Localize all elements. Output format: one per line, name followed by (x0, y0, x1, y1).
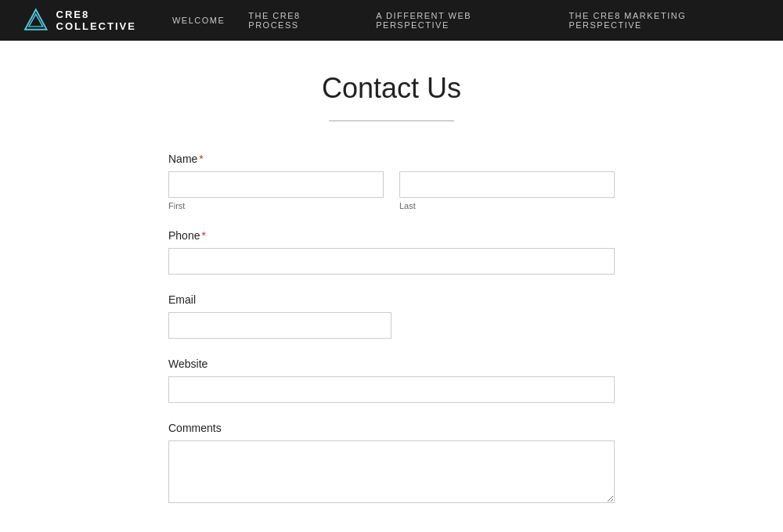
comments-input[interactable] (168, 440, 615, 503)
comments-field-group: Comments (168, 422, 615, 506)
nav-marketing-perspective[interactable]: THE CRE8 MARKETING PERSPECTIVE (568, 11, 760, 30)
nav-welcome[interactable]: WELCOME (172, 16, 225, 25)
last-name-input[interactable] (399, 171, 615, 198)
title-divider (329, 120, 454, 121)
main-nav: WELCOME THE CRE8 PROCESS A DIFFERENT WEB… (172, 11, 760, 30)
main-content: Contact Us Name* First Last Phone* (78, 41, 705, 532)
svg-marker-1 (29, 14, 43, 27)
name-field-group: Name* First Last (168, 153, 615, 210)
nav-web-perspective[interactable]: A DIFFERENT WEB PERSPECTIVE (376, 11, 545, 30)
last-name-col: Last (399, 171, 615, 210)
logo-icon (23, 8, 49, 33)
last-name-label: Last (399, 201, 615, 210)
first-name-input[interactable] (168, 171, 384, 198)
first-name-label: First (168, 201, 384, 210)
email-field-group: Email (168, 293, 615, 339)
website-input[interactable] (168, 376, 615, 403)
site-header: CRE8 COLLECTIVE WELCOME THE CRE8 PROCESS… (0, 0, 783, 41)
email-input[interactable] (168, 312, 392, 339)
phone-label: Phone* (168, 229, 615, 242)
name-row: First Last (168, 171, 615, 210)
page-title: Contact Us (94, 72, 689, 105)
first-name-col: First (168, 171, 384, 210)
nav-cre8-process[interactable]: THE CRE8 PROCESS (248, 11, 352, 30)
name-label: Name* (168, 153, 615, 165)
comments-label: Comments (168, 422, 615, 434)
website-field-group: Website (168, 358, 615, 403)
website-label: Website (168, 358, 615, 370)
logo[interactable]: CRE8 COLLECTIVE (23, 8, 172, 33)
email-label: Email (168, 293, 615, 306)
contact-form: Name* First Last Phone* Email (168, 153, 615, 532)
phone-input[interactable] (168, 248, 615, 275)
phone-field-group: Phone* (168, 229, 615, 275)
logo-text: CRE8 COLLECTIVE (56, 9, 172, 32)
